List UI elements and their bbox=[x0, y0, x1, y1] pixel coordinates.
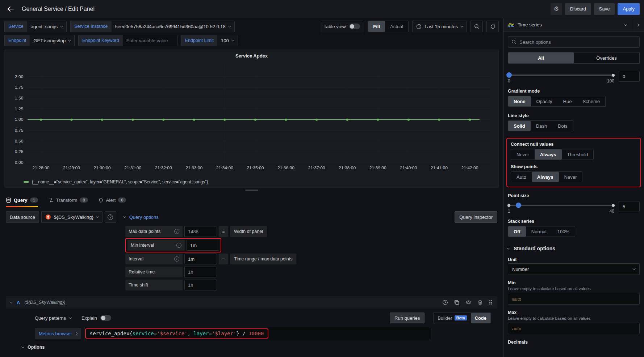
actual-option[interactable]: Actual bbox=[385, 21, 408, 32]
resize-handle[interactable] bbox=[245, 190, 258, 191]
point-size-value[interactable]: 5 bbox=[619, 201, 640, 212]
line-dots[interactable]: Dots bbox=[552, 121, 573, 131]
info-icon[interactable]: i bbox=[176, 243, 181, 248]
connect-always[interactable]: Always bbox=[535, 149, 562, 160]
chevron-down-icon bbox=[231, 38, 234, 41]
svg-text:21:42:00: 21:42:00 bbox=[461, 166, 478, 170]
code-option[interactable]: Code bbox=[471, 313, 491, 323]
gradient-hue[interactable]: Hue bbox=[558, 96, 577, 106]
info-icon[interactable]: i bbox=[174, 256, 179, 262]
query-a-header[interactable]: A (${DS_SkyWalking}) bbox=[6, 296, 497, 309]
interval-input[interactable] bbox=[184, 254, 217, 264]
gradient-opacity[interactable]: Opacity bbox=[531, 96, 558, 106]
tab-all[interactable]: All bbox=[508, 52, 574, 63]
save-button[interactable]: Save bbox=[594, 3, 615, 15]
promql-expression[interactable]: service_apdex{service='$service', layer=… bbox=[90, 331, 264, 336]
panel-settings-button[interactable]: ⚙ bbox=[551, 3, 562, 15]
query-options-collapsed[interactable]: Options bbox=[22, 345, 497, 350]
zoom-out-button[interactable] bbox=[471, 21, 483, 32]
points-never[interactable]: Never bbox=[559, 172, 582, 182]
options-search-input[interactable] bbox=[519, 39, 636, 45]
slider-track[interactable] bbox=[508, 75, 614, 76]
drag-handle-icon[interactable] bbox=[489, 299, 493, 305]
query-options-list: Max data points i = Width of panel Min i… bbox=[125, 226, 497, 290]
min-interval-input[interactable] bbox=[187, 240, 219, 251]
chart-plot-area[interactable]: 0.000.250.500.751.001.251.501.752.0021:2… bbox=[5, 59, 498, 179]
datasource-help-button[interactable]: ? bbox=[105, 211, 116, 223]
query-inspector-button[interactable]: Query inspector bbox=[455, 211, 497, 223]
query-options-header[interactable]: Query options bbox=[118, 214, 453, 220]
refresh-button[interactable] bbox=[486, 21, 499, 32]
connect-never[interactable]: Never bbox=[511, 149, 535, 160]
gradient-none[interactable]: None bbox=[508, 96, 531, 106]
points-auto[interactable]: Auto bbox=[511, 172, 532, 182]
time-range-picker[interactable]: Last 15 minutes bbox=[412, 21, 467, 32]
tab-alert[interactable]: Alert 0 bbox=[98, 193, 126, 207]
fill-opacity-slider[interactable]: 0 100 bbox=[508, 70, 614, 84]
slider-track[interactable] bbox=[508, 205, 614, 206]
help-circle-icon: ? bbox=[108, 214, 113, 220]
legend-series-label[interactable]: {__name__="service_apdex", layer="GENERA… bbox=[32, 179, 208, 184]
endpoint-limit-select[interactable]: 100 bbox=[217, 35, 238, 46]
slider-start-dot bbox=[507, 204, 510, 207]
endpoint-keyword-input[interactable] bbox=[123, 35, 177, 46]
table-view-toggle-group[interactable]: Table view bbox=[320, 21, 364, 32]
run-queries-button[interactable]: Run queries bbox=[390, 313, 425, 323]
service-variable-label: Service bbox=[5, 21, 27, 32]
points-always[interactable]: Always bbox=[532, 172, 559, 182]
line-solid[interactable]: Solid bbox=[508, 121, 531, 131]
info-icon[interactable]: i bbox=[174, 229, 179, 234]
delete-query-trash-icon[interactable] bbox=[477, 299, 483, 305]
max-data-points-input[interactable] bbox=[184, 226, 217, 237]
collapse-sidebar-button[interactable] bbox=[632, 18, 644, 31]
fill-opacity-value[interactable]: 0 bbox=[619, 71, 640, 82]
builder-option[interactable]: Builder Beta bbox=[434, 313, 471, 323]
gear-icon: ⚙ bbox=[553, 5, 559, 13]
explain-toggle[interactable] bbox=[100, 315, 111, 321]
duplicate-query-icon[interactable] bbox=[454, 299, 460, 305]
endpoint-label: Endpoint bbox=[5, 35, 30, 46]
service-instance-label: Service Instance bbox=[71, 21, 111, 32]
table-view-toggle[interactable] bbox=[349, 24, 360, 29]
discard-button[interactable]: Discard bbox=[565, 3, 591, 15]
time-series-chart[interactable]: 0.000.250.500.751.001.251.501.752.0021:2… bbox=[7, 59, 496, 172]
relative-time-input[interactable] bbox=[184, 267, 217, 277]
unit-select[interactable]: Number bbox=[508, 263, 640, 275]
query-options-title: Query options bbox=[129, 214, 159, 220]
slider-handle[interactable] bbox=[516, 203, 521, 208]
service-variable-select[interactable]: agent::songs bbox=[27, 21, 66, 32]
slider-handle[interactable] bbox=[506, 72, 512, 78]
datasource-picker[interactable]: ${DS_SkyWalking} bbox=[41, 211, 103, 223]
point-size-slider[interactable]: 1 40 bbox=[508, 200, 614, 214]
stack-normal[interactable]: Normal bbox=[526, 226, 552, 237]
service-instance-select[interactable]: 5eed0e5758a244aca6e7699415d360aa@10.52.0… bbox=[112, 21, 234, 32]
metrics-browser-button[interactable]: Metrics browser bbox=[35, 328, 81, 339]
stack-100[interactable]: 100% bbox=[552, 226, 575, 237]
endpoint-select[interactable]: GET:/songs/top bbox=[30, 35, 74, 46]
tab-transform[interactable]: Transform 0 bbox=[48, 193, 88, 207]
query-history-icon[interactable] bbox=[442, 299, 448, 305]
promql-editor[interactable]: service_apdex{service='$service', layer=… bbox=[84, 327, 431, 340]
builder-label: Builder bbox=[438, 315, 452, 321]
time-shift-input[interactable] bbox=[184, 280, 217, 290]
tab-query[interactable]: Query 1 bbox=[6, 193, 38, 207]
tab-alert-label: Alert bbox=[106, 197, 116, 203]
fill-option[interactable]: Fill bbox=[368, 21, 385, 32]
back-button[interactable] bbox=[4, 3, 17, 15]
standard-options-header[interactable]: Standard options bbox=[507, 246, 640, 251]
connect-threshold[interactable]: Threshold bbox=[562, 149, 594, 160]
tab-alert-count: 0 bbox=[118, 197, 126, 203]
hide-response-eye-icon[interactable] bbox=[465, 299, 472, 305]
gradient-scheme[interactable]: Scheme bbox=[577, 96, 605, 106]
line-style-group: Solid Dash Dots bbox=[508, 120, 573, 131]
tab-overrides[interactable]: Overrides bbox=[574, 52, 639, 63]
explain-toggle-group[interactable]: Explain bbox=[81, 315, 111, 321]
max-input[interactable] bbox=[508, 323, 640, 334]
apply-button[interactable]: Apply bbox=[618, 3, 640, 15]
line-dash[interactable]: Dash bbox=[531, 121, 552, 131]
options-search[interactable] bbox=[508, 36, 640, 48]
min-input[interactable] bbox=[508, 293, 640, 305]
visualization-picker[interactable]: Time series bbox=[503, 18, 644, 32]
stack-off[interactable]: Off bbox=[508, 226, 526, 237]
query-patterns-dropdown[interactable]: Query patterns bbox=[35, 315, 71, 321]
